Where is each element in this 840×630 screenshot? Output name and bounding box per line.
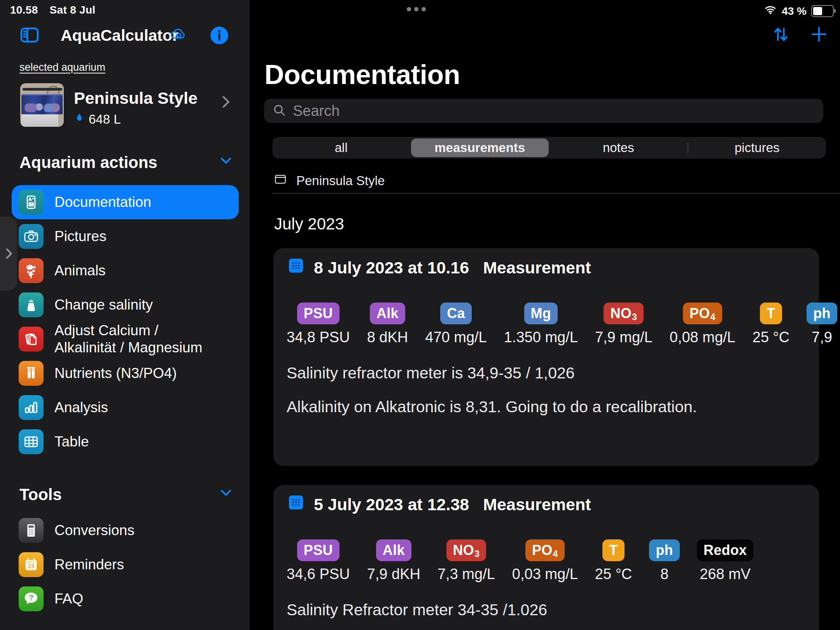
parameter-value: 8 (660, 566, 668, 583)
info-icon[interactable] (209, 25, 229, 47)
sidebar-item-conversions[interactable]: Conversions (12, 513, 239, 548)
sidebar-item-adjust-calcium-alkalinit-t-magnesium[interactable]: Adjust Calcium / Alkalinität / Magnesium (12, 322, 239, 356)
aquarium-thumbnail (20, 83, 64, 127)
note-text: Salinity Refractor meter 34-35 /1.026 (287, 600, 806, 619)
parameter-badge: NO3 (446, 539, 486, 561)
main-content: Documentation allmeasurementsnotespictur… (250, 0, 840, 630)
measurement-calendar-icon (287, 256, 305, 279)
parameter-value: 470 mg/L (425, 329, 486, 346)
aquarium-tank-icon (273, 173, 288, 189)
sidebar-item-table[interactable]: Table (12, 425, 239, 459)
parameter-value: 25 °C (752, 329, 789, 346)
measurement-calendar-icon (287, 493, 305, 516)
sidebar-item-nutrients-n3-po4[interactable]: Nutrients (N3/PO4) (12, 356, 239, 390)
sort-icon[interactable] (771, 24, 791, 46)
measurements-row: PSU34,6 PSUAlk7,9 dKHNO37,3 mg/LPO40,03 … (287, 539, 806, 583)
parameter-badge: Redox (697, 539, 754, 561)
aquarium-name: Peninsula Style (74, 89, 198, 108)
parameter-badge: PO4 (525, 539, 565, 561)
calculator-icon (19, 518, 44, 543)
parameter-value: 7,9 dKH (367, 566, 420, 583)
sidebar-item-label: Conversions (54, 522, 135, 539)
filter-segmented-control: allmeasurementsnotespictures (272, 137, 826, 159)
parameter-badge: PSU (297, 539, 340, 561)
camera-icon (19, 224, 44, 249)
svg-text:24: 24 (28, 563, 35, 569)
wifi-icon (764, 3, 777, 19)
measurement-alk: Alk7,9 dKH (367, 539, 420, 583)
sidebar-toggle-icon[interactable] (19, 24, 40, 47)
parameter-value: 8 dKH (367, 329, 408, 346)
parameter-value: 34,8 PSU (287, 329, 350, 346)
search-icon (272, 103, 287, 119)
parameter-badge: T (760, 303, 782, 324)
sidebar-item-label: Documentation (54, 194, 151, 211)
selected-aquarium-label: selected aquarium (19, 61, 105, 74)
stacked-cards-icon (19, 327, 44, 352)
tab-all[interactable]: all (272, 138, 410, 157)
search-bar[interactable] (264, 99, 823, 123)
sidebar-item-animals[interactable]: Animals (12, 254, 239, 288)
breadcrumb-label: Peninsula Style (296, 173, 385, 188)
section-title: Aquarium actions (19, 153, 158, 172)
parameter-value: 7,9 (812, 329, 832, 346)
tab-notes[interactable]: notes (550, 138, 688, 157)
measurement-card[interactable]: 5 July 2023 at 12.38MeasurementPSU34,6 P… (273, 485, 819, 630)
bar-chart-icon (19, 395, 44, 420)
sidebar-item-faq[interactable]: ?FAQ (12, 582, 239, 616)
faq-icon: ? (19, 586, 44, 611)
chevron-right-icon (218, 93, 233, 112)
sidebar-item-pictures[interactable]: Pictures (12, 219, 239, 254)
chevron-down-icon[interactable] (218, 153, 234, 172)
sidebar-item-label: FAQ (54, 590, 83, 607)
cloud-sync-icon[interactable] (166, 25, 189, 44)
parameter-value: 7,3 mg/L (438, 566, 495, 583)
sidebar-item-analysis[interactable]: Analysis (12, 390, 239, 425)
sidebar-item-reminders[interactable]: 24Reminders (12, 548, 239, 582)
status-time: 10.58 (10, 4, 38, 16)
parameter-value: 34,6 PSU (287, 566, 350, 583)
sidebar-item-change-salinity[interactable]: Change salinity (12, 288, 239, 322)
parameter-badge: T (602, 539, 624, 561)
multitask-indicator[interactable] (407, 7, 426, 11)
status-bar-left: 10.58 Sat 8 Jul (10, 4, 95, 16)
parameter-value: 1.350 mg/L (504, 329, 578, 346)
measurement-psu: PSU34,6 PSU (287, 539, 350, 583)
breadcrumb: Peninsula Style (273, 173, 385, 189)
sidebar-item-label: Table (54, 433, 89, 450)
card-datetime: 5 July 2023 at 12.38 (314, 495, 469, 514)
calendar-24-icon: 24 (19, 552, 44, 577)
parameter-badge: ph (649, 539, 680, 561)
parameter-value: 25 °C (595, 566, 632, 583)
sidebar: AquaCalculator selected aquarium Peninsu… (0, 0, 250, 630)
section-title: Tools (19, 485, 62, 504)
card-header: 5 July 2023 at 12.38Measurement (287, 485, 806, 514)
month-header: July 2023 (274, 215, 344, 233)
status-date: Sat 8 Jul (50, 4, 96, 16)
parameter-badge: NO3 (604, 303, 644, 324)
sidebar-item-label: Animals (54, 262, 106, 279)
measurement-psu: PSU34,8 PSU (287, 303, 350, 346)
tab-pictures[interactable]: pictures (688, 138, 826, 157)
sidebar-item-label: Pictures (54, 228, 107, 245)
card-datetime: 8 July 2023 at 10.16 (314, 258, 469, 277)
measurement-no: NO37,3 mg/L (438, 539, 495, 583)
drop-icon (74, 111, 85, 128)
sidebar-item-label: Analysis (54, 399, 108, 416)
table-icon (19, 429, 44, 454)
sidebar-item-label: Adjust Calcium / Alkalinität / Magnesium (54, 322, 222, 356)
sidebar-drag-handle[interactable] (0, 217, 17, 290)
tab-measurements[interactable]: measurements (411, 138, 549, 157)
search-input[interactable] (292, 102, 816, 120)
measurement-ph: ph7,9 (807, 303, 837, 346)
app-screen: 10.58 Sat 8 Jul 43 % AquaCalculator sele… (0, 0, 840, 630)
add-button[interactable] (809, 24, 829, 46)
parameter-badge: Mg (524, 303, 558, 324)
measurements-row: PSU34,8 PSUAlk8 dKHCa470 mg/LMg1.350 mg/… (287, 303, 806, 346)
chevron-down-icon[interactable] (218, 485, 234, 504)
aquarium-card[interactable]: Peninsula Style 648 L (0, 82, 250, 127)
sidebar-item-documentation[interactable]: Documentation (12, 185, 239, 219)
section-header: Tools (19, 485, 234, 504)
measurement-ca: Ca470 mg/L (425, 303, 486, 346)
measurement-card[interactable]: 8 July 2023 at 10.16MeasurementPSU34,8 P… (273, 248, 819, 466)
